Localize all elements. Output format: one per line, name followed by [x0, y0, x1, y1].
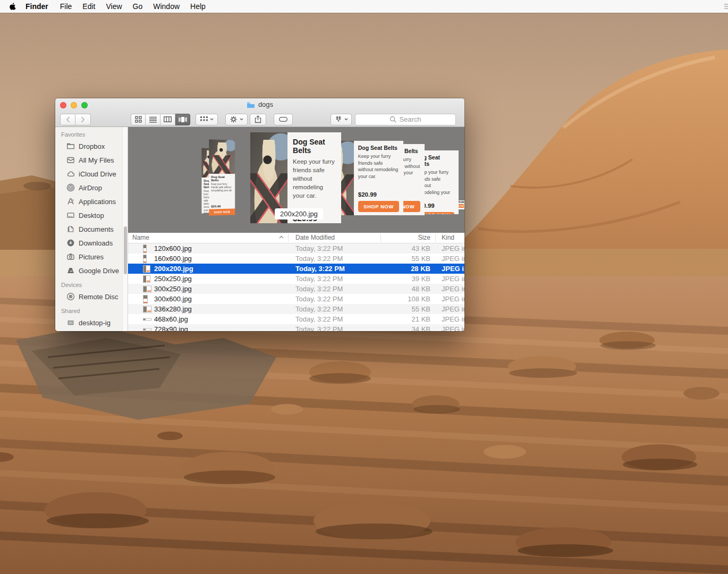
sidebar-item-google-drive[interactable]: Google Drive	[55, 264, 128, 277]
view-coverflow-button[interactable]	[175, 114, 190, 125]
desktop-icon	[66, 211, 75, 220]
sidebar-item-desktop[interactable]: Desktop	[55, 208, 128, 222]
ad-price: $20.99	[211, 205, 233, 208]
sidebar-item-all-my-files[interactable]: All My Files	[55, 153, 128, 167]
table-row[interactable]: 728x90.jpgToday, 3:22 PM34 KBJPEG image	[128, 324, 464, 331]
sidebar-item-applications[interactable]: Applications	[55, 195, 128, 208]
documents-icon	[66, 225, 75, 234]
menu-bar: Finder FileEditViewGoWindowHelp	[0, 0, 728, 13]
all-my-files-icon	[66, 156, 75, 165]
view-list-button[interactable]	[146, 114, 160, 125]
sidebar-item-label: Remote Disc	[79, 293, 118, 301]
column-header-date-modified[interactable]: Date Modified	[295, 233, 335, 243]
cell-kind: JPEG image	[442, 284, 464, 294]
cell-name: 160x600.jpg	[154, 254, 192, 264]
file-thumbnail-icon	[143, 265, 150, 273]
tag-button[interactable]	[274, 114, 293, 125]
sidebar-item-remote-disc[interactable]: Remote Disc	[55, 290, 128, 303]
sidebar-item-label: Pictures	[79, 253, 104, 261]
sidebar-section-label: Devices	[55, 277, 128, 290]
sidebar-scrollbar-thumb[interactable]	[124, 226, 127, 274]
arrange-button[interactable]	[196, 114, 218, 125]
file-thumbnail-icon	[143, 255, 147, 263]
title-bar[interactable]: dogs	[55, 98, 464, 127]
cell-kind: JPEG image	[442, 304, 464, 314]
forward-button[interactable]	[75, 114, 91, 125]
cell-date: Today, 3:22 PM	[295, 254, 343, 264]
coverflow-item-160x600[interactable]: Dog Seat Belts Keep your furry friends s…	[209, 139, 235, 215]
menu-item-finder[interactable]: Finder	[20, 0, 55, 13]
sidebar-item-airdrop[interactable]: AirDrop	[55, 181, 128, 195]
cell-size: 108 KB	[408, 294, 430, 304]
file-thumbnail-icon	[143, 306, 151, 313]
folder-icon	[247, 101, 255, 108]
share-button[interactable]	[250, 114, 266, 125]
sidebar-item-label: AirDrop	[79, 184, 102, 192]
table-row[interactable]: 200x200.jpgToday, 3:22 PM28 KBJPEG image	[128, 264, 464, 274]
menu-item-view[interactable]: View	[100, 0, 127, 13]
sidebar-item-desktop-ig[interactable]: desktop-ig	[55, 316, 128, 330]
cell-size: 28 KB	[411, 264, 430, 274]
search-input[interactable]: Search	[355, 114, 456, 125]
pictures-icon	[66, 252, 75, 261]
sidebar-item-documents[interactable]: Documents	[55, 222, 128, 236]
file-thumbnail-icon	[143, 318, 151, 320]
file-thumbnail-icon	[143, 295, 148, 303]
cell-size: 21 KB	[412, 314, 430, 324]
sidebar-item-label: Dropbox	[79, 142, 105, 150]
table-row[interactable]: 250x250.jpgToday, 3:22 PM39 KBJPEG image	[128, 274, 464, 284]
sidebar-item-label: iCloud Drive	[79, 170, 116, 178]
sidebar-item-pictures[interactable]: Pictures	[55, 250, 128, 264]
column-divider[interactable]	[288, 234, 289, 242]
sidebar-item-label: Documents	[79, 225, 114, 233]
cell-kind: JPEG image	[442, 294, 464, 304]
menu-item-help[interactable]: Help	[185, 0, 211, 13]
cell-size: 39 KB	[412, 274, 430, 284]
table-row[interactable]: 468x60.jpgToday, 3:22 PM21 KBJPEG image	[128, 314, 464, 324]
column-header-size[interactable]: Size	[418, 233, 430, 243]
table-row[interactable]: 300x250.jpgToday, 3:22 PM48 KBJPEG image	[128, 284, 464, 294]
menu-item-file[interactable]: File	[55, 0, 78, 13]
cloud-icon	[66, 170, 75, 179]
menu-item-go[interactable]: Go	[128, 0, 148, 13]
sidebar-item-dropbox[interactable]: Dropbox	[55, 139, 128, 153]
cell-size: 55 KB	[412, 254, 430, 264]
cell-name: 336x280.jpg	[154, 304, 192, 314]
sidebar: FavoritesDropboxAll My FilesiCloud Drive…	[55, 127, 128, 331]
menu-item-edit[interactable]: Edit	[77, 0, 100, 13]
column-header-name[interactable]: Name	[132, 233, 149, 243]
apple-menu-icon[interactable]	[4, 2, 20, 11]
cell-kind: JPEG image	[442, 274, 464, 284]
view-switcher	[131, 114, 190, 125]
ad-price: $20.99	[358, 191, 399, 198]
cell-name: 250x250.jpg	[154, 274, 192, 284]
ad-title: Dog Seat Belts	[211, 175, 233, 182]
sidebar-item-downloads[interactable]: Downloads	[55, 236, 128, 250]
cell-name: 120x600.jpg	[154, 243, 192, 254]
column-header-kind[interactable]: Kind	[442, 233, 454, 243]
finder-window: dogs	[55, 98, 464, 331]
table-row[interactable]: 336x280.jpgToday, 3:22 PM55 KBJPEG image	[128, 304, 464, 314]
ad-body: Keep your furry friends safe without rem…	[293, 157, 336, 200]
table-row[interactable]: 120x600.jpgToday, 3:22 PM43 KBJPEG image	[128, 243, 464, 254]
sidebar-item-label: Applications	[79, 198, 116, 206]
view-icons-button[interactable]	[131, 114, 146, 125]
cell-name: 728x90.jpg	[154, 324, 188, 331]
sidebar-item-icloud-drive[interactable]: iCloud Drive	[55, 167, 128, 181]
cell-size: 48 KB	[412, 284, 430, 294]
menu-item-window[interactable]: Window	[148, 0, 185, 13]
back-button[interactable]	[60, 114, 75, 125]
sidebar-item-label: Downloads	[79, 239, 113, 247]
table-row[interactable]: 300x600.jpgToday, 3:22 PM108 KBJPEG imag…	[128, 294, 464, 304]
search-icon	[390, 116, 396, 123]
menu-bar-status-icon[interactable]	[723, 3, 728, 10]
view-columns-button[interactable]	[160, 114, 175, 125]
column-divider[interactable]	[380, 234, 381, 242]
action-gear-button[interactable]	[225, 114, 248, 125]
coverflow-filename-label: 200x200.jpg	[275, 208, 323, 220]
dropbox-button[interactable]	[331, 114, 352, 125]
column-divider[interactable]	[435, 234, 436, 242]
window-title: dogs	[55, 100, 464, 108]
table-row[interactable]: 160x600.jpgToday, 3:22 PM55 KBJPEG image	[128, 254, 464, 264]
cell-date: Today, 3:22 PM	[295, 274, 343, 284]
